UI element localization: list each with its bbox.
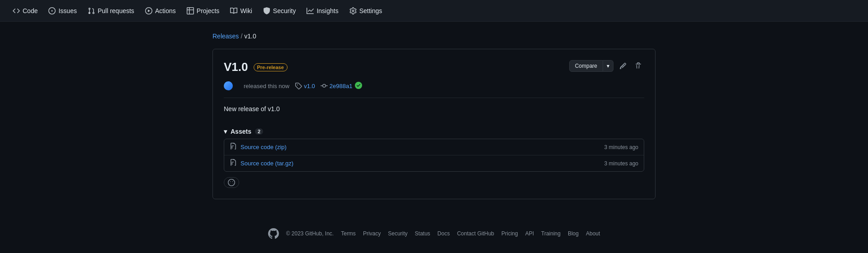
asset-item-zip: Source code (zip) 3 minutes ago (224, 139, 644, 155)
footer-docs[interactable]: Docs (438, 230, 450, 237)
avatar (224, 81, 233, 90)
tag-link[interactable]: v1.0 (304, 83, 315, 89)
gear-icon (349, 7, 357, 14)
assets-label: Assets (231, 128, 251, 135)
nav-settings[interactable]: Settings (344, 5, 388, 17)
footer-contact[interactable]: Contact GitHub (457, 230, 494, 237)
nav-actions[interactable]: Actions (140, 5, 181, 17)
file-icon-zip (230, 143, 237, 151)
compare-button-group: Compare ▾ (569, 60, 613, 72)
release-card: V1.0 Pre-release Compare ▾ (212, 49, 656, 199)
file-icon-targz (230, 159, 237, 168)
nav-wiki[interactable]: Wiki (225, 5, 257, 17)
footer-blog[interactable]: Blog (568, 230, 579, 237)
breadcrumb-current: v1.0 (244, 33, 256, 40)
delete-release-button[interactable] (632, 60, 644, 72)
tag-area: v1.0 (295, 82, 315, 89)
shield-icon (263, 7, 270, 14)
footer-status[interactable]: Status (415, 230, 430, 237)
footer: © 2023 GitHub, Inc. Terms Privacy Securi… (0, 210, 868, 248)
compare-button-caret[interactable]: ▾ (603, 60, 613, 72)
footer-privacy[interactable]: Privacy (363, 230, 381, 237)
graph-icon (307, 7, 314, 14)
asset-item-targz: Source code (tar.gz) 3 minutes ago (224, 155, 644, 171)
footer-about[interactable]: About (586, 230, 600, 237)
assets-count-badge: 2 (255, 128, 263, 135)
github-logo (268, 228, 279, 239)
asset-zip-time: 3 minutes ago (604, 144, 638, 150)
nav-pull-requests[interactable]: Pull requests (82, 5, 140, 17)
code-icon (13, 7, 20, 14)
footer-terms[interactable]: Terms (341, 230, 356, 237)
circle-dot-icon (48, 7, 56, 14)
pull-request-icon (88, 7, 95, 14)
commit-link[interactable]: 2e988a1 (330, 83, 353, 89)
nav-security[interactable]: Security (258, 5, 302, 17)
nav-code[interactable]: Code (7, 5, 43, 17)
footer-copyright: © 2023 GitHub, Inc. (286, 230, 334, 237)
asset-targz-link[interactable]: Source code (tar.gz) (241, 160, 293, 167)
footer-security[interactable]: Security (388, 230, 407, 237)
breadcrumb: Releases / v1.0 (212, 33, 656, 40)
release-header: V1.0 Pre-release Compare ▾ (224, 60, 644, 74)
release-meta: released this now v1.0 2e988a1 (224, 81, 644, 90)
asset-targz-time: 3 minutes ago (604, 160, 638, 167)
nav-insights[interactable]: Insights (301, 5, 344, 17)
release-divider (224, 98, 644, 98)
play-circle-icon (145, 7, 152, 14)
top-navigation: Code Issues Pull requests Actions (0, 0, 868, 22)
release-title: V1.0 (224, 60, 248, 74)
add-reaction-button[interactable] (224, 177, 239, 188)
compare-button-main[interactable]: Compare (569, 60, 603, 72)
pre-release-badge: Pre-release (254, 63, 288, 71)
asset-zip-link[interactable]: Source code (zip) (241, 144, 287, 150)
commit-area: 2e988a1 (321, 82, 363, 90)
release-body: New release of v1.0 (224, 105, 644, 119)
main-content: Releases / v1.0 V1.0 Pre-release Compare… (205, 22, 663, 210)
check-icon (355, 82, 362, 90)
breadcrumb-releases-link[interactable]: Releases (212, 33, 239, 40)
book-icon (230, 7, 237, 14)
footer-pricing[interactable]: Pricing (501, 230, 518, 237)
breadcrumb-separator: / (241, 33, 242, 40)
release-title-area: V1.0 Pre-release (224, 60, 288, 74)
reaction-area (224, 177, 644, 188)
nav-projects[interactable]: Projects (181, 5, 225, 17)
assets-list: Source code (zip) 3 minutes ago Source c… (224, 139, 644, 172)
nav-issues[interactable]: Issues (43, 5, 82, 17)
assets-section: ▾ Assets 2 Source code (zip) 3 minutes a… (224, 128, 644, 172)
edit-release-button[interactable] (617, 60, 629, 72)
table-icon (187, 7, 194, 14)
footer-api[interactable]: API (525, 230, 534, 237)
assets-collapse-icon: ▾ (224, 128, 227, 135)
released-text: released this now (244, 83, 289, 89)
footer-training[interactable]: Training (541, 230, 561, 237)
release-actions: Compare ▾ (569, 60, 644, 72)
assets-toggle[interactable]: ▾ Assets 2 (224, 128, 644, 135)
